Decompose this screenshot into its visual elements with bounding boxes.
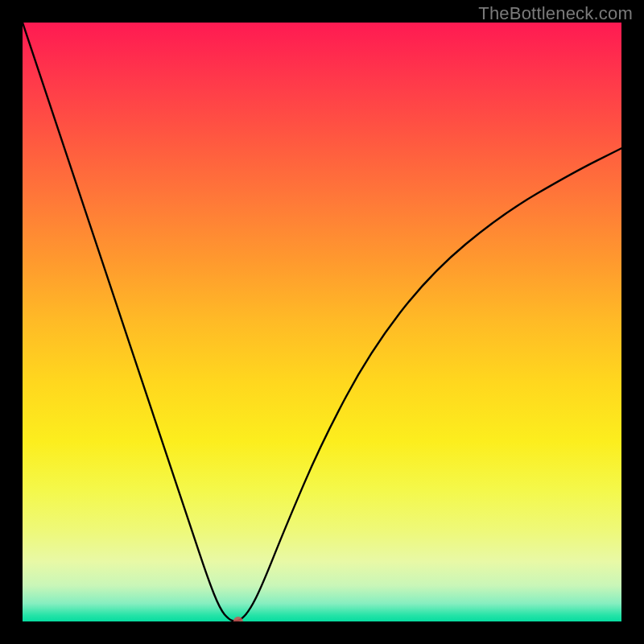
watermark-text: TheBottleneck.com [478, 3, 633, 24]
plot-area [23, 23, 621, 621]
chart-frame: TheBottleneck.com [0, 0, 644, 644]
curve-svg [23, 23, 621, 621]
bottleneck-curve-path [23, 23, 621, 621]
